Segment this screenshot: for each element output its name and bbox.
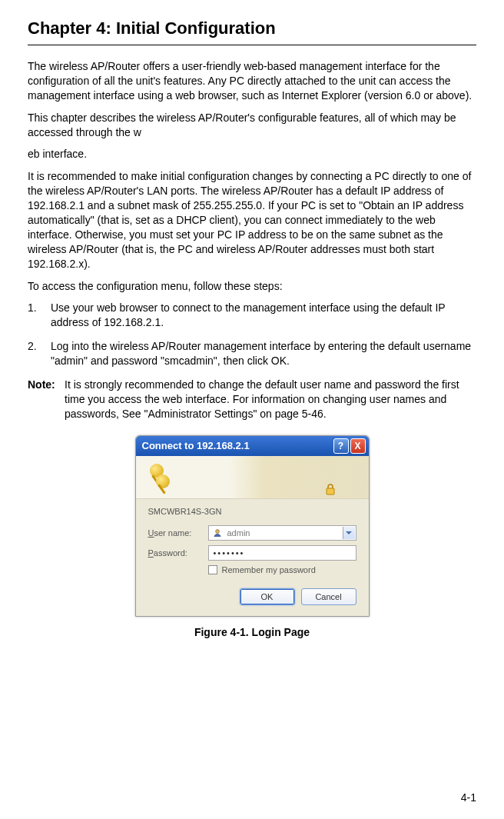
chapter-title: Chapter 4: Initial Configuration [28,18,476,45]
help-button[interactable]: ? [333,438,349,454]
cancel-button[interactable]: Cancel [301,588,356,605]
step-number: 2. [28,339,51,368]
step-text: Log into the wireless AP/Router manageme… [51,339,476,368]
note-label: Note: [28,378,65,421]
remember-password-checkbox[interactable]: Remember my password [208,565,356,574]
page-number: 4-1 [461,791,476,804]
note: Note: It is strongly recommended to chan… [28,378,476,421]
username-label: User name: [148,528,208,538]
checkbox-icon[interactable] [208,565,217,574]
password-input[interactable]: ••••••• [208,545,356,561]
intro-paragraph-4: It is recommended to make initial config… [28,169,476,271]
step-text: Use your web browser to connect to the m… [51,301,476,330]
note-text: It is strongly recommended to change the… [65,378,476,421]
step-number: 1. [28,301,51,330]
chevron-down-icon[interactable] [343,527,355,539]
lock-icon [323,481,338,497]
dialog-title: Connect to 192.168.2.1 [142,440,332,451]
step-1: 1. Use your web browser to connect to th… [28,301,476,330]
keys-icon [144,461,176,493]
password-label: Password: [148,548,208,558]
dialog-titlebar: Connect to 192.168.2.1 ? X [136,436,369,456]
user-icon [212,528,223,538]
intro-paragraph-5: To access the configuration menu, follow… [28,279,476,294]
intro-paragraph-3: eb interface. [28,147,476,161]
login-dialog: Connect to 192.168.2.1 ? X SMCWBR14S-3GN… [135,435,370,617]
step-2: 2. Log into the wireless AP/Router manag… [28,339,476,368]
username-input[interactable]: admin [208,525,356,541]
figure-caption: Figure 4-1. Login Page [28,626,476,638]
dialog-banner [136,456,369,499]
svg-point-1 [215,529,219,533]
svg-rect-0 [327,488,334,494]
close-button[interactable]: X [350,438,366,454]
username-value: admin [227,528,354,538]
realm-text: SMCWBR14S-3GN [148,507,356,516]
intro-paragraph-1: The wireless AP/Router offers a user-fri… [28,59,476,103]
intro-paragraph-2: This chapter describes the wireless AP/R… [28,111,476,140]
ok-button[interactable]: OK [240,588,295,605]
remember-label: Remember my password [222,565,316,574]
